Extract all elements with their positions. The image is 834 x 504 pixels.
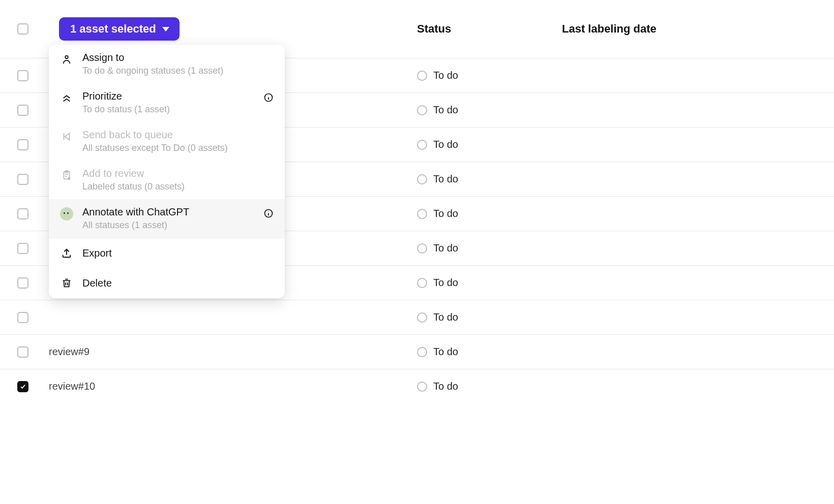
chevrons-up-icon (60, 91, 73, 105)
info-icon[interactable] (263, 208, 274, 220)
row-checkbox[interactable] (17, 174, 28, 185)
status-circle-icon (417, 243, 427, 254)
menu-subtitle: All statuses (1 asset) (82, 220, 274, 231)
selection-count-label: 1 asset selected (70, 22, 156, 36)
caret-down-icon (162, 27, 169, 32)
status-cell: To do (417, 381, 458, 392)
asset-name: review#9 (49, 346, 90, 358)
menu-item-export[interactable]: Export (49, 238, 285, 268)
status-circle-icon (417, 105, 427, 115)
menu-item-prioritize[interactable]: Prioritize To do status (1 asset) (49, 83, 285, 122)
menu-title: Prioritize (82, 90, 274, 102)
status-circle-icon (417, 209, 427, 219)
menu-subtitle: Labeled status (0 assets) (82, 181, 274, 192)
selection-actions-menu: Assign to To do & ongoing statuses (1 as… (49, 45, 285, 298)
menu-item-add-review: Add to review Labeled status (0 assets) (49, 161, 285, 199)
svg-point-3 (269, 96, 269, 96)
person-icon (60, 53, 73, 66)
menu-title: Export (82, 245, 274, 261)
status-circle-icon (417, 174, 427, 184)
status-text: To do (433, 139, 458, 150)
menu-item-send-back: Send back to queue All statuses except T… (49, 122, 285, 161)
table-row[interactable]: review#9To do (0, 334, 834, 369)
status-circle-icon (417, 71, 427, 81)
status-circle-icon (417, 278, 427, 288)
status-circle-icon (417, 347, 427, 357)
status-cell: To do (417, 311, 458, 323)
skip-back-icon (60, 130, 73, 143)
menu-subtitle: To do status (1 asset) (82, 104, 274, 115)
asset-name: review#10 (49, 381, 95, 392)
status-text: To do (433, 208, 458, 219)
status-text: To do (433, 173, 458, 185)
trash-icon (60, 276, 73, 290)
svg-point-0 (65, 56, 68, 59)
status-cell: To do (417, 242, 458, 254)
status-cell: To do (417, 277, 458, 289)
row-checkbox[interactable] (17, 312, 28, 323)
menu-title: Add to review (82, 168, 274, 179)
status-circle-icon (417, 312, 427, 323)
date-column-header: Last labeling date (562, 22, 657, 36)
select-all-checkbox[interactable] (17, 23, 28, 35)
menu-title: Delete (82, 275, 274, 291)
svg-marker-5 (65, 134, 69, 140)
status-cell: To do (417, 173, 458, 185)
table-row[interactable]: review#10To do (0, 369, 834, 403)
row-checkbox[interactable] (17, 243, 28, 254)
menu-item-annotate-chatgpt[interactable]: Annotate with ChatGPT All statuses (1 as… (49, 199, 285, 238)
status-text: To do (433, 311, 458, 323)
table-row[interactable]: To do (0, 300, 834, 334)
menu-subtitle: All statuses except To Do (0 assets) (82, 143, 274, 153)
row-checkbox[interactable] (17, 105, 28, 116)
status-cell: To do (417, 70, 458, 81)
selection-actions-button[interactable]: 1 asset selected (59, 17, 180, 41)
chatgpt-icon (60, 207, 73, 220)
status-text: To do (433, 104, 458, 116)
status-column-header: Status (417, 22, 451, 36)
status-text: To do (433, 346, 458, 358)
row-checkbox[interactable] (17, 277, 28, 289)
status-text: To do (433, 277, 458, 289)
info-icon[interactable] (263, 92, 274, 104)
status-cell: To do (417, 139, 458, 150)
menu-item-delete[interactable]: Delete (49, 268, 285, 298)
clipboard-icon (60, 169, 73, 182)
svg-point-13 (269, 211, 269, 212)
row-checkbox[interactable] (17, 208, 28, 219)
row-checkbox[interactable] (17, 139, 28, 150)
row-checkbox[interactable] (17, 381, 28, 392)
status-text: To do (433, 242, 458, 254)
status-text: To do (433, 70, 458, 81)
row-checkbox[interactable] (17, 346, 28, 358)
status-cell: To do (417, 346, 458, 358)
status-cell: To do (417, 104, 458, 116)
status-circle-icon (417, 382, 427, 392)
menu-title: Send back to queue (82, 129, 274, 141)
menu-title: Annotate with ChatGPT (82, 206, 274, 218)
row-checkbox[interactable] (17, 70, 28, 81)
status-text: To do (433, 381, 458, 392)
menu-title: Assign to (82, 52, 274, 64)
menu-subtitle: To do & ongoing statuses (1 asset) (82, 66, 274, 76)
menu-item-assign[interactable]: Assign to To do & ongoing statuses (1 as… (49, 45, 285, 83)
upload-icon (60, 246, 73, 260)
status-circle-icon (417, 140, 427, 150)
status-cell: To do (417, 208, 458, 219)
